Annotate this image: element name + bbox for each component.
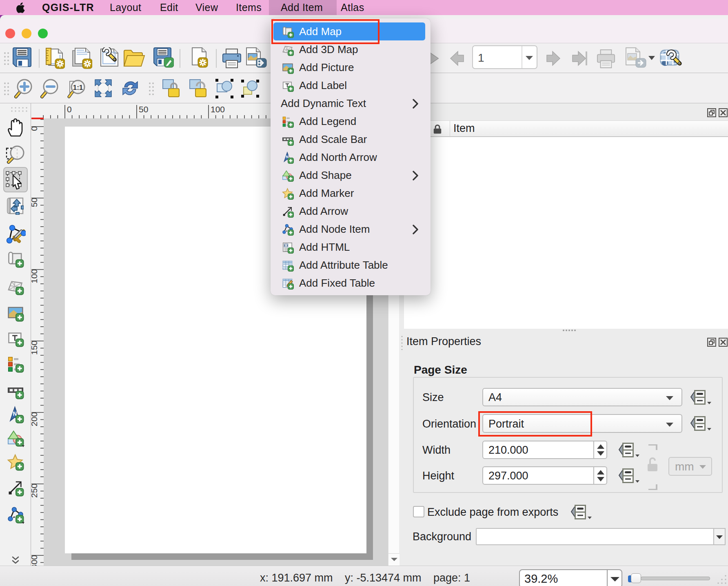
svg-text:1:1: 1:1: [73, 84, 83, 91]
svg-text:300: 300: [31, 555, 39, 566]
svg-text:250: 250: [31, 484, 39, 498]
svg-text:100: 100: [211, 105, 225, 114]
svg-text:0: 0: [31, 126, 39, 131]
svg-text:200: 200: [31, 412, 39, 426]
svg-text:100: 100: [31, 269, 39, 283]
svg-text:0: 0: [67, 105, 72, 114]
svg-text:50: 50: [139, 105, 148, 114]
svg-text:50: 50: [31, 198, 39, 207]
svg-text:150: 150: [31, 341, 39, 355]
